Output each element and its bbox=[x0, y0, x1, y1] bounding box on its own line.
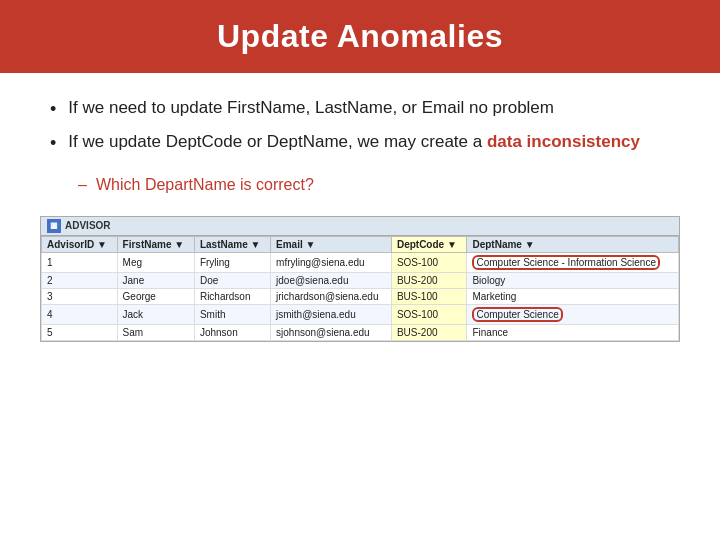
col-deptname: DeptName ▼ bbox=[467, 236, 679, 252]
advisor-table: AdvisorID ▼ FirstName ▼ LastName ▼ Email… bbox=[41, 236, 679, 341]
table-header-row: AdvisorID ▼ FirstName ▼ LastName ▼ Email… bbox=[42, 236, 679, 252]
sub-bullet-list: Which DepartName is correct? bbox=[78, 174, 670, 196]
table-cell: Marketing bbox=[467, 288, 679, 304]
table-cell: SOS-100 bbox=[391, 252, 467, 272]
table-body: 1MegFrylingmfryling@siena.eduSOS-100Comp… bbox=[42, 252, 679, 340]
table-cell: mfryling@siena.edu bbox=[271, 252, 392, 272]
sub-bullet-1: Which DepartName is correct? bbox=[78, 174, 670, 196]
bullet-1-text: If we need to update FirstName, LastName… bbox=[68, 97, 554, 120]
table-title: ADVISOR bbox=[65, 220, 111, 231]
table-cell: Doe bbox=[194, 272, 270, 288]
table-cell: 5 bbox=[42, 324, 118, 340]
table-cell: sjohnson@siena.edu bbox=[271, 324, 392, 340]
table-row: 2JaneDoejdoe@siena.eduBUS-200Biology bbox=[42, 272, 679, 288]
table-cell: Richardson bbox=[194, 288, 270, 304]
col-firstname: FirstName ▼ bbox=[117, 236, 194, 252]
table-cell: 2 bbox=[42, 272, 118, 288]
col-email: Email ▼ bbox=[271, 236, 392, 252]
bullet-2-text: If we update DeptCode or DeptName, we ma… bbox=[68, 131, 640, 154]
table-cell: Biology bbox=[467, 272, 679, 288]
highlighted-dept-name: Computer Science - Information Science bbox=[472, 255, 660, 270]
table-cell: BUS-200 bbox=[391, 324, 467, 340]
bullet-list: If we need to update FirstName, LastName… bbox=[50, 97, 670, 166]
table-cell: 1 bbox=[42, 252, 118, 272]
table-row: 5SamJohnsonsjohnson@siena.eduBUS-200Fina… bbox=[42, 324, 679, 340]
advisor-table-container: ▦ ADVISOR AdvisorID ▼ FirstName ▼ LastNa… bbox=[40, 216, 680, 342]
table-cell: Sam bbox=[117, 324, 194, 340]
bullet-2: If we update DeptCode or DeptName, we ma… bbox=[50, 131, 670, 155]
table-cell: SOS-100 bbox=[391, 304, 467, 324]
table-cell: Johnson bbox=[194, 324, 270, 340]
col-lastname: LastName ▼ bbox=[194, 236, 270, 252]
table-cell: Finance bbox=[467, 324, 679, 340]
table-cell: 3 bbox=[42, 288, 118, 304]
col-deptcode: DeptCode ▼ bbox=[391, 236, 467, 252]
table-cell: Smith bbox=[194, 304, 270, 324]
slide-header: Update Anomalies bbox=[0, 0, 720, 73]
table-cell: jsmith@siena.edu bbox=[271, 304, 392, 324]
table-cell: George bbox=[117, 288, 194, 304]
table-cell: Jack bbox=[117, 304, 194, 324]
slide: Update Anomalies If we need to update Fi… bbox=[0, 0, 720, 540]
table-cell: Fryling bbox=[194, 252, 270, 272]
table-cell: BUS-200 bbox=[391, 272, 467, 288]
slide-content: If we need to update FirstName, LastName… bbox=[0, 73, 720, 540]
highlighted-dept-name: Computer Science bbox=[472, 307, 562, 322]
slide-title: Update Anomalies bbox=[40, 18, 680, 55]
table-cell: Computer Science bbox=[467, 304, 679, 324]
bullet-1: If we need to update FirstName, LastName… bbox=[50, 97, 670, 121]
table-cell: Jane bbox=[117, 272, 194, 288]
table-cell: 4 bbox=[42, 304, 118, 324]
table-cell: Meg bbox=[117, 252, 194, 272]
table-cell: jrichardson@siena.edu bbox=[271, 288, 392, 304]
table-icon: ▦ bbox=[47, 219, 61, 233]
col-advisorid: AdvisorID ▼ bbox=[42, 236, 118, 252]
table-row: 1MegFrylingmfryling@siena.eduSOS-100Comp… bbox=[42, 252, 679, 272]
table-cell: jdoe@siena.edu bbox=[271, 272, 392, 288]
table-cell: Computer Science - Information Science bbox=[467, 252, 679, 272]
table-row: 4JackSmithjsmith@siena.eduSOS-100Compute… bbox=[42, 304, 679, 324]
table-cell: BUS-100 bbox=[391, 288, 467, 304]
highlight-text: data inconsistency bbox=[487, 132, 640, 151]
sub-bullet-1-text: Which DepartName is correct? bbox=[96, 176, 314, 193]
table-row: 3GeorgeRichardsonjrichardson@siena.eduBU… bbox=[42, 288, 679, 304]
table-title-bar: ▦ ADVISOR bbox=[41, 217, 679, 236]
